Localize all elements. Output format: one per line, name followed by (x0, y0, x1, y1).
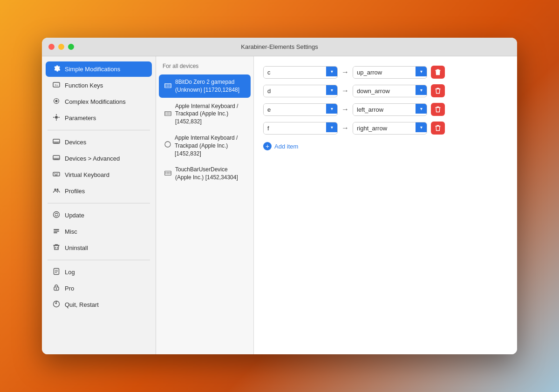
device-name-apple-internal-1: Apple Internal Keyboard / Trackpad (Appl… (175, 102, 245, 126)
svg-rect-10 (54, 159, 59, 160)
from-key-select-3[interactable]: f ▾ (263, 122, 338, 135)
main-content: Simple Modifications Fn Function Keys (42, 56, 517, 354)
svg-point-27 (56, 288, 57, 289)
arrow-icon-0: → (341, 68, 349, 76)
arrow-icon-3: → (341, 124, 349, 132)
from-key-chevron-3[interactable]: ▾ (326, 122, 337, 132)
to-key-select-2[interactable]: left_arrow ▾ (353, 103, 427, 116)
to-key-chevron-0[interactable]: ▾ (416, 67, 427, 76)
svg-rect-47 (167, 114, 168, 115)
from-key-label-2: e (264, 104, 326, 115)
pro-icon (52, 284, 61, 293)
from-key-chevron-0[interactable]: ▾ (326, 67, 337, 76)
to-key-select-3[interactable]: right_arrow ▾ (353, 122, 427, 135)
sidebar-item-uninstall[interactable]: Uninstall (46, 240, 152, 256)
svg-rect-51 (165, 171, 171, 176)
sidebar-label-quit-restart: Quit, Restart (65, 301, 99, 308)
mod-row-0: c ▾ → up_arrow ▾ (263, 66, 508, 79)
svg-rect-37 (165, 86, 166, 87)
sidebar-item-function-keys[interactable]: Fn Function Keys (46, 78, 152, 93)
sidebar-item-quit-restart[interactable]: Quit, Restart (46, 297, 152, 312)
svg-rect-41 (165, 111, 171, 115)
to-key-label-3: right_arrow (353, 122, 416, 134)
quit-restart-icon (52, 300, 61, 309)
device-item-apple-internal-1[interactable]: Apple Internal Keyboard / Trackpad (Appl… (159, 99, 251, 129)
mod-row-1: d ▾ → down_arrow ▾ (263, 84, 508, 97)
to-key-chevron-1[interactable]: ▾ (416, 85, 427, 95)
sidebar-item-devices[interactable]: Devices (46, 135, 152, 150)
svg-rect-48 (168, 114, 169, 115)
delete-button-3[interactable] (431, 122, 445, 135)
sidebar-item-update[interactable]: Update (46, 208, 152, 223)
from-key-select-1[interactable]: d ▾ (263, 85, 338, 97)
devices-advanced-icon (52, 154, 61, 163)
from-key-select-2[interactable]: e ▾ (263, 103, 338, 116)
to-key-label-0: up_arrow (353, 67, 416, 78)
svg-rect-7 (54, 143, 59, 144)
sidebar-item-log[interactable]: Log (46, 264, 152, 280)
sidebar-label-devices-advanced: Devices > Advanced (65, 155, 120, 162)
add-item-button[interactable]: + Add item (263, 140, 508, 152)
from-key-chevron-1[interactable]: ▾ (326, 85, 337, 95)
svg-rect-14 (57, 174, 58, 175)
close-button[interactable] (48, 44, 55, 50)
svg-rect-15 (55, 175, 58, 176)
svg-rect-57 (167, 174, 168, 175)
from-key-label-0: c (264, 67, 326, 78)
sidebar-item-pro[interactable]: Pro (46, 281, 152, 296)
device-item-8bitdo[interactable]: 8BitDo Zero 2 gamepad (Unknown) [11720,1… (159, 74, 251, 98)
svg-rect-55 (170, 172, 170, 173)
minimize-button[interactable] (58, 44, 64, 50)
profiles-icon (52, 187, 61, 196)
sidebar-divider-3 (48, 260, 150, 260)
device-name-apple-internal-2: Apple Internal Keyboard / Trackpad (Appl… (175, 134, 245, 157)
sidebar-divider-1 (48, 130, 150, 130)
device-name-touchbar: TouchBarUserDevice (Apple Inc.) [1452,34… (175, 166, 245, 182)
sidebar-divider-2 (48, 203, 150, 203)
svg-rect-19 (54, 229, 59, 230)
to-key-label-1: down_arrow (353, 85, 416, 97)
sidebar-label-log: Log (65, 269, 75, 276)
sidebar-label-simple-modifications: Simple Modifications (65, 66, 120, 73)
function-keys-icon: Fn (52, 81, 61, 90)
sidebar-item-misc[interactable]: Misc (46, 224, 152, 239)
sidebar-label-pro: Pro (65, 285, 74, 292)
svg-rect-20 (54, 231, 59, 232)
from-key-select-0[interactable]: c ▾ (263, 66, 338, 79)
modifications-panel: c ▾ → up_arrow ▾ (254, 56, 517, 354)
svg-point-4 (55, 116, 58, 119)
delete-button-2[interactable] (431, 103, 445, 116)
sidebar-item-simple-modifications[interactable]: Simple Modifications (46, 61, 152, 77)
maximize-button[interactable] (68, 44, 74, 50)
svg-text:Fn: Fn (55, 84, 58, 87)
svg-rect-59 (170, 174, 170, 175)
device-item-apple-internal-2[interactable]: Apple Internal Keyboard / Trackpad (Appl… (159, 130, 251, 161)
sidebar-item-parameters[interactable]: Parameters (46, 110, 152, 126)
sidebar-item-virtual-keyboard[interactable]: Virtual Keyboard (46, 167, 152, 182)
mod-row-2: e ▾ → left_arrow ▾ (263, 103, 508, 116)
to-key-select-0[interactable]: up_arrow ▾ (353, 66, 427, 79)
sidebar-label-function-keys: Function Keys (65, 82, 103, 89)
to-key-chevron-2[interactable]: ▾ (416, 104, 427, 114)
to-key-select-1[interactable]: down_arrow ▾ (353, 85, 427, 97)
virtual-keyboard-icon (52, 170, 61, 179)
parameters-icon (52, 114, 61, 122)
delete-button-0[interactable] (431, 66, 445, 79)
to-key-chevron-3[interactable]: ▾ (416, 122, 427, 132)
svg-rect-58 (168, 174, 169, 175)
from-key-chevron-2[interactable]: ▾ (326, 104, 337, 114)
misc-icon (52, 227, 61, 236)
to-key-label-2: left_arrow (353, 104, 416, 115)
app-window: Karabiner-Elements Settings Simple Modif… (42, 38, 517, 354)
sidebar-label-parameters: Parameters (65, 115, 96, 122)
svg-point-50 (165, 142, 170, 147)
device-item-touchbar[interactable]: TouchBarUserDevice (Apple Inc.) [1452,34… (159, 162, 251, 185)
from-key-label-3: f (264, 122, 326, 134)
delete-button-1[interactable] (431, 84, 445, 97)
sidebar-item-devices-advanced[interactable]: Devices > Advanced (46, 151, 152, 166)
sidebar-item-profiles[interactable]: Profiles (46, 183, 152, 199)
svg-rect-52 (165, 172, 166, 173)
svg-rect-40 (170, 86, 170, 87)
sidebar-item-complex-modifications[interactable]: Complex Modifications (46, 94, 152, 109)
svg-rect-44 (168, 112, 169, 113)
